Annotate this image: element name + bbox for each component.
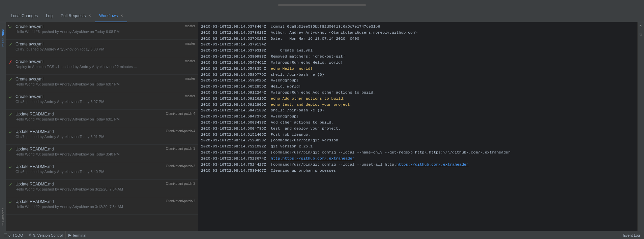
workflow-item-desc: Hello World #4: pushed by Andrey Artyukh… xyxy=(16,117,187,121)
workflow-item-branch: Otanikotani-patch-3 xyxy=(166,147,195,150)
log-line-20: 2020-03-16T22:08:14.7521092Z git version… xyxy=(201,143,635,149)
workflow-item-wf4[interactable]: ✓Create aws.ymlmasterHello World #5: pus… xyxy=(6,75,198,92)
top-bar xyxy=(0,0,644,10)
left-sidebar: 2: Structure 2: Favorites xyxy=(0,22,6,231)
workflow-item-desc: Hello World #6: pushed by Andrey Artyukh… xyxy=(16,30,187,34)
status-icon: ✓ xyxy=(9,95,12,99)
status-icon: ✓ xyxy=(9,25,12,29)
tab-workflows-label: Workflows xyxy=(99,13,118,18)
workflow-list: ↻✓Create aws.ymlmasterHello World #6: pu… xyxy=(6,22,198,231)
log-line-18: 2020-03-16T22:08:14.6151405Z Post job cl… xyxy=(201,132,635,138)
workflow-item-wf1[interactable]: ↻✓Create aws.ymlmasterHello World #6: pu… xyxy=(6,22,198,40)
tab-workflows[interactable]: Workflows ✕ xyxy=(95,10,127,22)
log-link-mixed-23[interactable]: https://github.com/.extraheader xyxy=(397,162,469,167)
workflow-item-wf2[interactable]: ✓Create aws.ymlmasterCI #9: pushed by An… xyxy=(6,40,198,57)
workflow-item-name: Update README.md xyxy=(16,112,54,116)
workflow-item-branch: master xyxy=(185,94,195,98)
workflow-item-top: Update README.mdOtanikotani-patch-2 xyxy=(16,199,195,204)
log-line-11: 2020-03-16T22:08:14.5912244Z ##[group]Ru… xyxy=(201,90,635,96)
tab-bar-actions xyxy=(633,15,641,17)
workflow-item-branch: master xyxy=(185,24,195,28)
tab-log-label: Log xyxy=(46,13,53,18)
workflow-item-branch: Otanikotani-patch-4 xyxy=(166,129,195,133)
workflow-item-branch: Otanikotani-patch-4 xyxy=(166,112,195,115)
workflow-item-name: Update README.md xyxy=(16,147,54,151)
workflow-item-branch: master xyxy=(185,59,195,63)
status-item-icon-terminal: ▶ xyxy=(68,233,71,237)
status-item-label-todo: 6: TODO xyxy=(8,233,23,237)
tab-log[interactable]: Log xyxy=(42,10,57,22)
workflow-item-branch: Otanikotani-patch-3 xyxy=(166,164,195,168)
status-item-label-version-control: 9: Version Control xyxy=(33,233,63,237)
workflow-item-name: Create aws.yml xyxy=(16,77,43,81)
workflow-item-top: Update README.mdOtanikotani-patch-4 xyxy=(16,112,195,116)
workflow-item-name: Create aws.yml xyxy=(16,42,43,46)
status-item-right-event-log[interactable]: Event Log xyxy=(620,231,643,239)
log-line-9: 2020-03-16T22:08:14.5590026Z ##[endgroup… xyxy=(201,77,635,83)
workflow-item-wf9[interactable]: ✓Update README.mdOtanikotani-patch-3CI #… xyxy=(6,162,198,180)
status-icon: ✓ xyxy=(9,200,12,204)
status-item-right-label-event-log: Event Log xyxy=(623,233,640,237)
right-actions: ↻ ⎘ xyxy=(637,22,644,231)
workflow-item-wf5[interactable]: ✓Create aws.ymlmasterCI #8: pushed by An… xyxy=(6,92,198,110)
workflow-item-desc: CI #7: pushed by Andrey Artyukhov on Tod… xyxy=(16,135,187,139)
workflow-item-branch: master xyxy=(185,77,195,80)
workflow-item-branch: Otanikotani-patch-2 xyxy=(166,199,195,203)
status-item-version-control[interactable]: ⑨9: Version Control xyxy=(26,231,66,239)
workflow-item-branch: master xyxy=(185,42,195,45)
workflow-item-desc: CI #9: pushed by Andrey Artyukhov on Tod… xyxy=(16,47,187,51)
sidebar-structure[interactable]: 2: Structure xyxy=(1,26,5,49)
tab-workflows-close[interactable]: ✕ xyxy=(120,14,123,18)
workflow-item-wf11[interactable]: ✓Update README.mdOtanikotani-patch-2Hell… xyxy=(6,197,198,215)
workflow-item-top: Update README.mdOtanikotani-patch-3 xyxy=(16,147,195,151)
log-line-15: 2020-03-16T22:08:14.5947375Z ##[endgroup… xyxy=(201,113,635,120)
workflow-item-top: Create aws.ymlmaster xyxy=(16,24,195,29)
log-line-16: 2020-03-16T22:08:14.6003433Z Add other a… xyxy=(201,120,635,126)
status-icon: ✗ xyxy=(9,60,12,64)
workflow-item-top: Create aws.ymlmaster xyxy=(16,59,195,64)
status-icon: ✓ xyxy=(9,165,12,169)
tab-pull-requests-label: Pull Requests xyxy=(61,13,86,18)
workflow-item-wf10[interactable]: ✓Update README.mdOtanikotani-patch-2Hell… xyxy=(6,180,198,197)
workflow-item-top: Update README.mdOtanikotani-patch-3 xyxy=(16,164,195,169)
workflow-item-branch: Otanikotani-patch-2 xyxy=(166,182,195,185)
status-item-terminal[interactable]: ▶Terminal xyxy=(66,231,89,239)
log-line-10: 2020-03-16T22:08:14.5652855Z Hello, worl… xyxy=(201,83,635,90)
workflow-item-top: Create aws.ymlmaster xyxy=(16,94,195,99)
tab-bar: Local Changes Log Pull Requests ✕ Workfl… xyxy=(0,10,644,22)
status-item-todo[interactable]: ☰6: TODO xyxy=(1,231,26,239)
workflow-item-top: Update README.mdOtanikotani-patch-4 xyxy=(16,129,195,134)
workflow-item-wf3[interactable]: ✗Create aws.ymlmasterDeploy to Amazon EC… xyxy=(6,57,198,75)
workflow-item-name: Update README.md xyxy=(16,182,54,186)
log-line-8: 2020-03-16T22:08:14.5589779Z shell: /bin… xyxy=(201,72,635,78)
log-line-5: 2020-03-16T22:08:14.5380983Z Removed mat… xyxy=(201,54,635,60)
workflow-item-desc: Hello World #3: pushed by Andrey Artyukh… xyxy=(16,152,187,156)
top-bar-drag-handle[interactable] xyxy=(278,4,366,6)
status-item-icon-todo: ☰ xyxy=(4,233,7,237)
log-line-3: 2020-03-16T22:08:14.5379134Z xyxy=(201,41,635,47)
log-line-12: 2020-03-16T22:08:14.5912619Z echo Add ot… xyxy=(201,96,635,102)
workflow-item-name: Create aws.yml xyxy=(16,94,43,99)
tab-local-changes[interactable]: Local Changes xyxy=(7,10,42,22)
refresh-action-btn[interactable]: ↻ xyxy=(639,24,643,29)
log-line-23: 2020-03-16T22:08:14.7524427Z [command]/u… xyxy=(201,162,635,168)
workflow-item-desc: Deploy to Amazon ECS #1: pushed by Andre… xyxy=(16,65,187,69)
workflow-item-name: Update README.md xyxy=(16,164,54,169)
workflow-item-wf6[interactable]: ✓Update README.mdOtanikotani-patch-4Hell… xyxy=(6,110,198,127)
copy-action-btn[interactable]: ⎘ xyxy=(639,31,643,37)
workflow-item-desc: CI #8: pushed by Andrey Artyukhov on Tod… xyxy=(16,100,187,104)
workflow-item-desc: Hello World #5: pushed by Andrey Artyukh… xyxy=(16,187,187,191)
tab-pull-requests-close[interactable]: ✕ xyxy=(88,14,91,18)
log-line-19: 2020-03-16T22:08:14.7520833Z [command]/u… xyxy=(201,137,635,143)
workflow-item-desc: CI #6: pushed by Andrey Artyukhov on Tod… xyxy=(16,170,187,174)
workflow-item-wf8[interactable]: ✓Update README.mdOtanikotani-patch-3Hell… xyxy=(6,145,198,162)
sidebar-favorites[interactable]: 2: Favorites xyxy=(1,205,5,228)
minimize-button[interactable] xyxy=(639,15,641,17)
workflow-item-wf7[interactable]: ✓Update README.mdOtanikotani-patch-4CI #… xyxy=(6,127,198,145)
status-icon: ✓ xyxy=(9,42,12,47)
workflow-item-top: Create aws.ymlmaster xyxy=(16,77,195,81)
main-content: 2: Structure 2: Favorites ↻✓Create aws.y… xyxy=(0,22,644,231)
settings-button[interactable] xyxy=(633,15,636,17)
log-link-22[interactable]: http.https://github.com/.extraheader xyxy=(271,156,354,161)
tab-pull-requests[interactable]: Pull Requests ✕ xyxy=(57,10,95,22)
